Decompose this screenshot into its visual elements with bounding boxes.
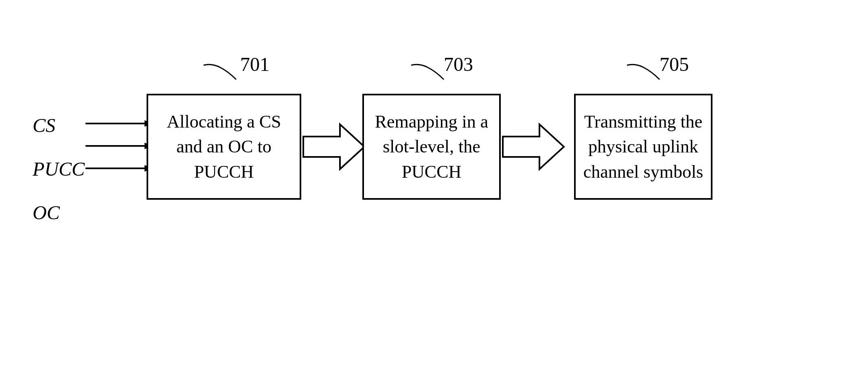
ref-number-705: 705 — [660, 53, 689, 75]
ref-number-701: 701 — [240, 53, 270, 75]
box-705-text: Transmitting thephysical uplinkchannel s… — [579, 105, 708, 189]
box-703-text: Remapping in aslot-level, thePUCCH — [371, 105, 493, 189]
ref-number-703: 703 — [444, 53, 473, 75]
box-705: Transmitting thephysical uplinkchannel s… — [574, 94, 712, 200]
input-pucc-label: PUCC — [33, 158, 85, 180]
svg-marker-6 — [303, 124, 364, 169]
svg-marker-7 — [503, 124, 564, 169]
input-labels: CS PUCC OC — [33, 114, 85, 224]
box-701-text: Allocating a CSand an OC toPUCCH — [162, 105, 285, 189]
input-oc-label: OC — [33, 201, 85, 224]
box-701: Allocating a CSand an OC toPUCCH — [147, 94, 301, 200]
input-cs-label: CS — [33, 114, 85, 137]
box-703: Remapping in aslot-level, thePUCCH — [362, 94, 501, 200]
diagram-container: CS PUCC OC Allocating a CSand an OC toPU… — [0, 0, 868, 386]
